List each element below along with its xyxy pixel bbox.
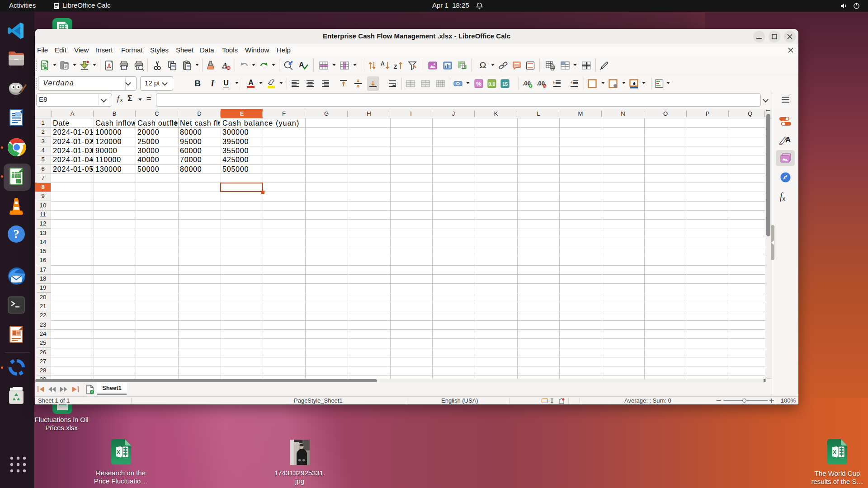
- svg-text:I: I: [210, 79, 214, 88]
- svg-text:U: U: [223, 79, 229, 87]
- svg-text:0.0: 0.0: [488, 81, 495, 87]
- svg-text:A: A: [248, 79, 254, 86]
- svg-text:%: %: [476, 80, 481, 87]
- svg-text:?: ?: [13, 227, 19, 241]
- svg-text:15: 15: [502, 81, 508, 87]
- svg-text:Ω: Ω: [480, 61, 486, 70]
- svg-text:X: X: [833, 449, 836, 455]
- svg-text:Z: Z: [394, 64, 397, 70]
- svg-text:A: A: [785, 136, 791, 144]
- svg-text:X: X: [117, 449, 120, 455]
- svg-text:B: B: [194, 79, 201, 88]
- svg-text:A: A: [381, 61, 385, 67]
